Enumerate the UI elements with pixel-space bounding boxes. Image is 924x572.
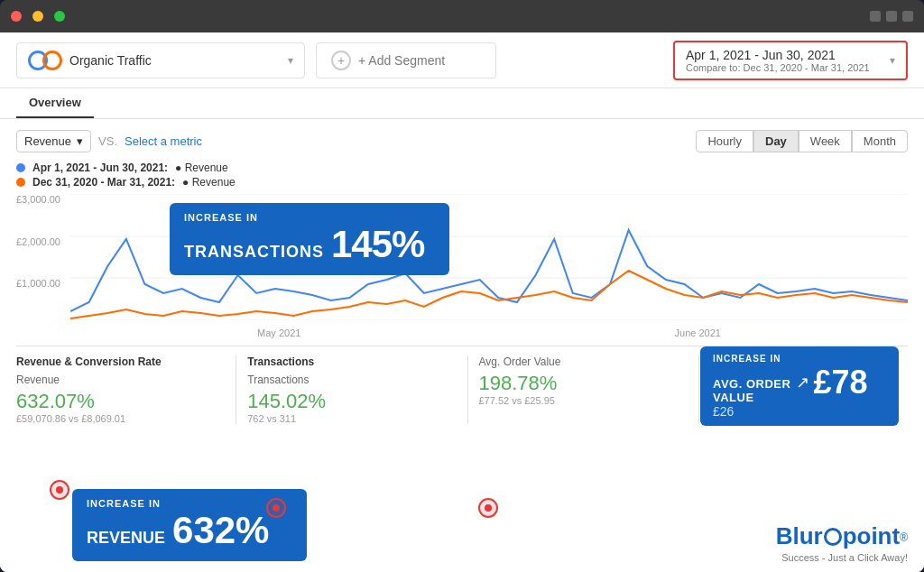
stats-col-revenue: Revenue & Conversion Rate Revenue 632.07… (16, 355, 236, 424)
add-icon: + (331, 51, 351, 70)
logo-registered: ® (900, 531, 908, 544)
legend-item-2: Dec 31, 2020 - Mar 31, 2021: ● Revenue (16, 176, 908, 189)
segment-dropdown-arrow: ▾ (288, 54, 293, 67)
stats-compare-transactions: 762 vs 311 (247, 413, 456, 424)
transactions-callout-title: INCREASE IN (184, 212, 435, 223)
logo-area: Blur point ® Success - Just a Click Away… (776, 522, 908, 563)
avgorder-value-area: ↗ £78 (796, 364, 867, 401)
stats-metric-transactions: Transactions (247, 374, 456, 386)
y-label-3000: £3,000.00 (16, 194, 70, 205)
y-label-1000: £1,000.00 (16, 278, 70, 289)
time-buttons: Hourly Day Week Month (696, 130, 908, 152)
hourly-button[interactable]: Hourly (696, 130, 753, 152)
transactions-callout-row: TRANSACTIONS 145% (184, 223, 435, 266)
app-window: Organic Traffic ▾ + + Add Segment Apr 1,… (0, 0, 924, 572)
stats-col-transactions: Transactions Transactions 145.02% 762 vs… (236, 355, 467, 424)
metric-arrow: ▾ (77, 134, 83, 148)
avgorder-arrow-icon: ↗ (796, 373, 809, 392)
legend-date-2: Dec 31, 2020 - Mar 31, 2021: (32, 176, 175, 189)
maximize-button[interactable] (54, 11, 65, 22)
avgorder-callout-title: INCREASE IN (713, 354, 886, 364)
stats-value-transactions: 145.02% (247, 390, 456, 413)
metric-dropdown[interactable]: Revenue ▾ (16, 130, 91, 152)
date-range-main: Apr 1, 2021 - Jun 30, 2021 (686, 48, 870, 62)
revenue-callout-title: INCREASE IN (87, 498, 292, 509)
chart-x-labels: May 2021 June 2021 (70, 328, 908, 338)
logo: Blur point ® (776, 522, 908, 550)
organic-icon (28, 51, 62, 70)
circle-orange (42, 51, 62, 70)
transactions-callout-sub: TRANSACTIONS (184, 239, 324, 262)
avgorder-callout-labels: AVG. ORDER VALUE £26 (713, 377, 790, 419)
restore-icon[interactable] (886, 11, 897, 22)
stats-header-transactions: Transactions (247, 355, 456, 368)
main-area: Revenue ▾ VS. Select a metric Hourly Day… (0, 119, 924, 572)
tab-bar: Overview (0, 88, 924, 119)
legend-metric-1: ● Revenue (175, 161, 228, 174)
date-compare: Compare to: Dec 31, 2020 - Mar 31, 2021 (686, 62, 870, 73)
minimize-button[interactable] (32, 11, 43, 22)
revenue-callout-value: 632% (172, 509, 269, 552)
avgorder-value: £78 (813, 364, 867, 401)
stats-section: Revenue & Conversion Rate Revenue 632.07… (16, 346, 908, 424)
stats-metric-revenue: Revenue (16, 374, 225, 386)
controls-row: Revenue ▾ VS. Select a metric Hourly Day… (16, 130, 908, 152)
segment-label: Organic Traffic (69, 53, 281, 68)
transactions-callout: INCREASE IN TRANSACTIONS 145% (170, 203, 449, 275)
y-label-2000: £2,000.00 (16, 236, 70, 247)
dot-inner-3 (485, 504, 492, 512)
date-range-picker[interactable]: Apr 1, 2021 - Jun 30, 2021 Compare to: D… (673, 41, 908, 80)
week-button[interactable]: Week (799, 130, 852, 152)
add-segment-button[interactable]: + + Add Segment (316, 42, 496, 78)
avgorder-sub1: AVG. ORDER (713, 377, 790, 391)
stats-metric-avgorder: Avg. Order Value (479, 355, 688, 368)
close-button[interactable] (11, 11, 22, 22)
tab-overview[interactable]: Overview (16, 88, 94, 118)
revenue-callout-row: REVENUE 632% (87, 509, 292, 552)
dot-inner-1 (56, 486, 63, 494)
avgorder-sub2: VALUE (713, 391, 790, 404)
month-button[interactable]: Month (852, 130, 908, 152)
legend-date-1: Apr 1, 2021 - Jun 30, 2021: (32, 161, 168, 174)
close-icon[interactable] (902, 11, 913, 22)
vs-label: VS. (98, 134, 117, 148)
title-bar (0, 0, 924, 32)
date-dropdown-arrow: ▾ (890, 54, 895, 67)
chart-area: £3,000.00 £2,000.00 £1,000.00 (16, 194, 908, 338)
stats-col-extra: INCREASE IN AVG. ORDER VALUE £26 ↗ £78 (699, 355, 908, 424)
chart-y-labels: £3,000.00 £2,000.00 £1,000.00 (16, 194, 70, 320)
window-controls (11, 11, 70, 22)
add-segment-label: + Add Segment (358, 53, 445, 68)
arrow-dot-3 (478, 498, 498, 518)
avgorder-callout-row: AVG. ORDER VALUE £26 ↗ £78 (713, 364, 886, 419)
legend-metric-2: ● Revenue (182, 176, 236, 189)
main-content: Organic Traffic ▾ + + Add Segment Apr 1,… (0, 32, 924, 572)
avgorder-secondary: £26 (713, 404, 790, 419)
day-button[interactable]: Day (753, 130, 799, 152)
metric-label: Revenue (24, 134, 71, 148)
stats-compare-avgorder: £77.52 vs £25.95 (479, 395, 688, 406)
stats-value-avgorder: 198.78% (479, 372, 688, 395)
logo-o-circle (824, 528, 842, 546)
avgorder-callout: INCREASE IN AVG. ORDER VALUE £26 ↗ £78 (700, 346, 899, 426)
transactions-callout-value: 145% (331, 223, 424, 266)
minimize-icon[interactable] (870, 11, 881, 22)
logo-text-blur: Blur (776, 522, 823, 550)
legend-dot-orange (16, 178, 25, 187)
chart-legend: Apr 1, 2021 - Jun 30, 2021: ● Revenue De… (16, 161, 908, 189)
segment-selector[interactable]: Organic Traffic ▾ (16, 42, 305, 78)
select-metric-link[interactable]: Select a metric (125, 134, 202, 148)
stats-header-revenue: Revenue & Conversion Rate (16, 355, 225, 368)
stats-value-revenue: 632.07% (16, 390, 225, 413)
logo-tagline: Success - Just a Click Away! (776, 552, 908, 563)
arrow-dot-1 (50, 480, 69, 500)
legend-dot-blue (16, 163, 25, 172)
x-label-june: June 2021 (675, 328, 721, 338)
dot-inner-2 (273, 504, 280, 512)
legend-item-1: Apr 1, 2021 - Jun 30, 2021: ● Revenue (16, 161, 908, 174)
logo-text-point: point (843, 522, 901, 550)
stats-col-avgorder: Avg. Order Value 198.78% £77.52 vs £25.9… (468, 355, 699, 424)
date-range-info: Apr 1, 2021 - Jun 30, 2021 Compare to: D… (686, 48, 870, 73)
top-bar: Organic Traffic ▾ + + Add Segment Apr 1,… (0, 32, 924, 88)
stats-compare-revenue: £59,070.86 vs £8,069.01 (16, 413, 225, 424)
